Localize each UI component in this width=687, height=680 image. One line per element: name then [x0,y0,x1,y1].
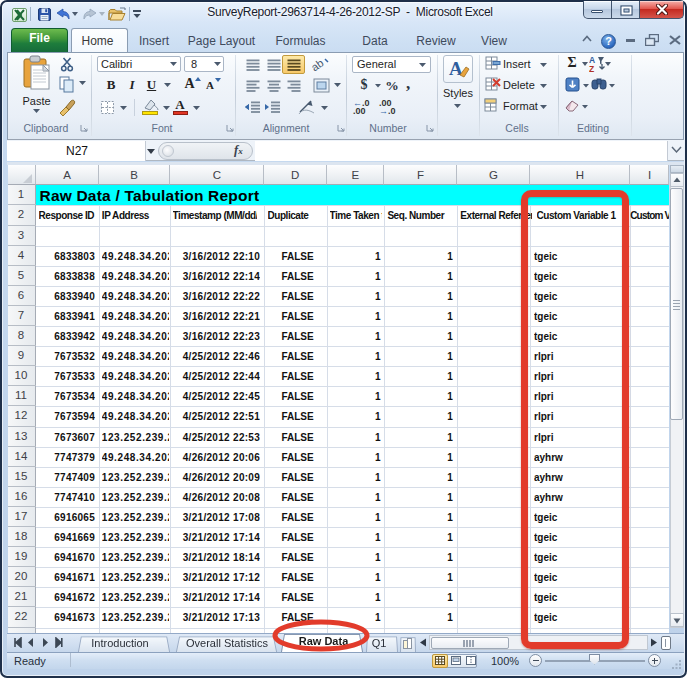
svg-text:Z: Z [589,64,594,73]
svg-text:ab: ab [312,56,326,72]
